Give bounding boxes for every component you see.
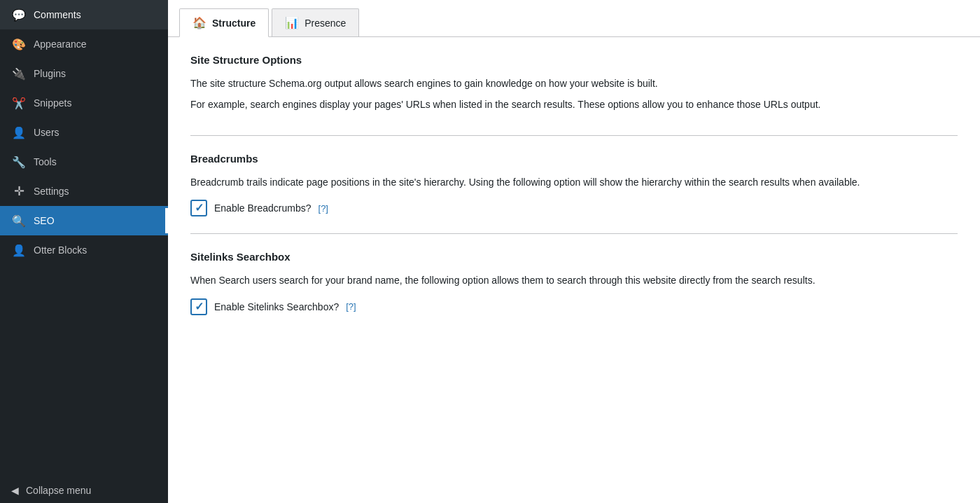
sitelinks-section: Sitelinks Searchbox When Search users se… <box>168 234 980 331</box>
sidebar-item-label: Snippets <box>34 97 71 109</box>
breadcrumbs-checkbox[interactable]: ✓ <box>190 200 207 216</box>
tab-presence[interactable]: 📊 Presence <box>272 8 359 36</box>
appearance-icon: 🎨 <box>11 36 27 52</box>
sidebar-item-label: Otter Blocks <box>34 244 87 256</box>
sitelinks-checkbox-row: ✓ Enable Sitelinks Searchbox? [?] <box>190 298 958 315</box>
sidebar-item-label: Comments <box>34 9 81 20</box>
sitelinks-checkmark: ✓ <box>195 301 204 312</box>
tab-presence-label: Presence <box>304 18 346 29</box>
sidebar-item-settings[interactable]: ✛ Settings <box>0 177 168 206</box>
breadcrumbs-checkbox-label: Enable Breadcrumbs? <box>214 202 312 214</box>
otter-blocks-icon: 👤 <box>11 242 27 258</box>
breadcrumbs-desc: Breadcrumb trails indicate page position… <box>190 174 958 190</box>
sidebar-item-comments[interactable]: 💬 Comments <box>0 0 168 29</box>
sidebar-item-label: Tools <box>34 156 57 167</box>
sidebar-item-label: SEO <box>34 215 55 226</box>
collapse-menu[interactable]: ◀ Collapse menu <box>0 478 168 503</box>
breadcrumbs-title: Breadcrumbs <box>190 153 958 165</box>
sidebar-item-snippets[interactable]: ✂️ Snippets <box>0 88 168 118</box>
site-structure-desc2: For example, search engines display your… <box>190 97 958 112</box>
collapse-label: Collapse menu <box>26 485 91 496</box>
collapse-icon: ◀ <box>11 485 19 496</box>
content-wrapper: 🏠 Structure 📊 Presence Site Structure Op… <box>168 0 980 503</box>
sidebar-item-label: Plugins <box>34 68 66 79</box>
seo-icon: 🔍 <box>11 213 27 228</box>
sitelinks-help-link[interactable]: [?] <box>346 301 356 312</box>
sidebar-item-label: Users <box>34 127 59 138</box>
main-content: 🏠 Structure 📊 Presence Site Structure Op… <box>168 0 980 503</box>
sidebar-item-seo[interactable]: 🔍 SEO <box>0 206 168 235</box>
sitelinks-title: Sitelinks Searchbox <box>190 251 958 263</box>
plugins-icon: 🔌 <box>11 66 27 81</box>
site-structure-desc1: The site structure Schema.org output all… <box>190 76 958 91</box>
structure-tab-icon: 🏠 <box>192 16 206 29</box>
comments-icon: 💬 <box>11 7 27 22</box>
breadcrumbs-section: Breadcrumbs Breadcrumb trails indicate p… <box>168 136 980 233</box>
sidebar-item-users[interactable]: 👤 Users <box>0 118 168 147</box>
tab-structure-label: Structure <box>212 18 255 29</box>
sidebar: 💬 Comments 🎨 Appearance 🔌 Plugins ✂️ Sni… <box>0 0 168 503</box>
snippets-icon: ✂️ <box>11 95 27 111</box>
presence-tab-icon: 📊 <box>285 16 299 29</box>
tools-icon: 🔧 <box>11 154 27 170</box>
breadcrumbs-help-link[interactable]: [?] <box>318 203 328 214</box>
sidebar-item-appearance[interactable]: 🎨 Appearance <box>0 29 168 59</box>
users-icon: 👤 <box>11 125 27 140</box>
sitelinks-desc: When Search users search for your brand … <box>190 273 958 288</box>
sitelinks-checkbox-label: Enable Sitelinks Searchbox? <box>214 301 339 312</box>
sidebar-item-plugins[interactable]: 🔌 Plugins <box>0 59 168 88</box>
sidebar-item-otter-blocks[interactable]: 👤 Otter Blocks <box>0 235 168 265</box>
site-structure-section: Site Structure Options The site structur… <box>168 37 980 135</box>
sitelinks-checkbox[interactable]: ✓ <box>190 298 207 315</box>
breadcrumbs-checkbox-row: ✓ Enable Breadcrumbs? [?] <box>190 200 958 216</box>
breadcrumbs-checkmark: ✓ <box>195 202 204 214</box>
sidebar-item-tools[interactable]: 🔧 Tools <box>0 147 168 177</box>
tabs-bar: 🏠 Structure 📊 Presence <box>168 0 980 37</box>
site-structure-title: Site Structure Options <box>190 54 958 66</box>
tab-structure[interactable]: 🏠 Structure <box>179 8 269 37</box>
sidebar-item-label: Appearance <box>34 39 87 50</box>
sidebar-item-label: Settings <box>34 186 69 197</box>
settings-icon: ✛ <box>11 184 27 199</box>
